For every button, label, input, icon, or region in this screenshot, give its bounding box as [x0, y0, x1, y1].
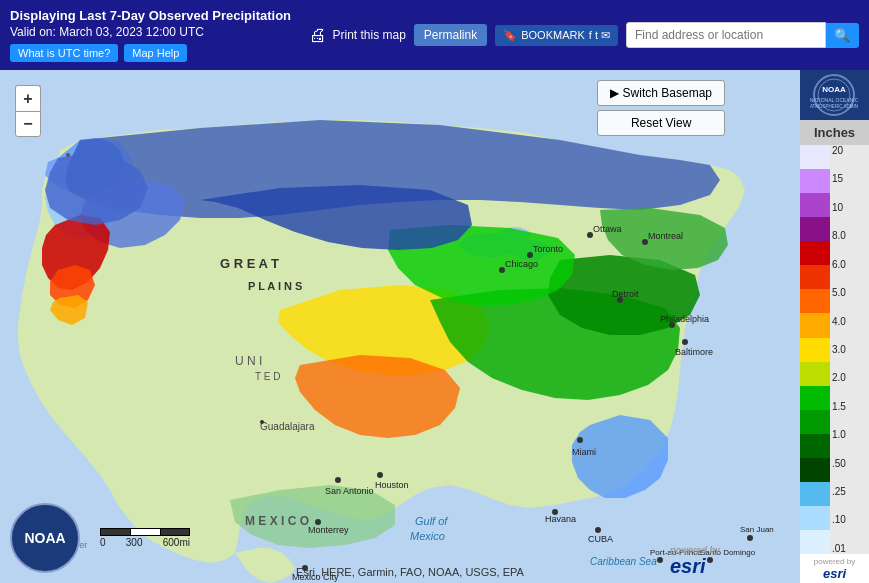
svg-point-18 [669, 322, 675, 328]
svg-point-22 [577, 437, 583, 443]
color-block-2 [800, 338, 830, 362]
svg-text:Havana: Havana [545, 514, 576, 524]
reset-view-button[interactable]: Reset View [597, 110, 725, 136]
scale-label-0: 0 [100, 537, 106, 548]
noaa-logo: NOAA [10, 503, 80, 573]
svg-text:Montreal: Montreal [648, 231, 683, 241]
svg-point-16 [617, 297, 623, 303]
svg-text:Mexico: Mexico [410, 530, 445, 542]
social-icons: f t ✉ [589, 29, 610, 42]
legend-label-10: 10 [832, 202, 867, 213]
svg-point-30 [377, 472, 383, 478]
color-block-6 [800, 241, 830, 265]
svg-text:P L A I N S: P L A I N S [248, 280, 302, 292]
esri-logo: powered by esri [670, 545, 720, 578]
utc-time-button[interactable]: What is UTC time? [10, 44, 118, 62]
bookmark-area[interactable]: 🔖 BOOKMARK f t ✉ [495, 25, 618, 46]
svg-text:Detroit: Detroit [612, 289, 639, 299]
color-block-1pt5 [800, 362, 830, 386]
color-block-pt01 [800, 482, 830, 506]
svg-point-12 [642, 239, 648, 245]
svg-text:Toronto: Toronto [533, 244, 563, 254]
svg-point-10 [587, 232, 593, 238]
legend-label-8: 8.0 [832, 230, 867, 241]
svg-point-38 [260, 420, 264, 424]
legend-label-15: 15 [832, 173, 867, 184]
svg-text:ATMOSPHERIC ADMIN: ATMOSPHERIC ADMIN [810, 104, 858, 109]
legend-label-6: 6.0 [832, 259, 867, 270]
noaa-text: NOAA [24, 530, 65, 546]
svg-text:Guadalajara: Guadalajara [260, 421, 315, 432]
svg-text:CUBA: CUBA [588, 534, 613, 544]
legend-label-1pt5: 1.5 [832, 401, 867, 412]
color-block-3 [800, 313, 830, 337]
zoom-out-button[interactable]: − [15, 111, 41, 137]
legend-label-pt50: .50 [832, 458, 867, 469]
svg-point-2 [510, 240, 550, 260]
legend-panel: NOAA NATIONAL OCEANIC ATMOSPHERIC ADMIN … [800, 70, 869, 583]
svg-point-46 [747, 535, 753, 541]
color-block-pt10 [800, 458, 830, 482]
legend-label-20: 20 [832, 145, 867, 156]
legend-label-pt25: .25 [832, 486, 867, 497]
permalink-button[interactable]: Permalink [414, 24, 487, 46]
svg-text:Ottawa: Ottawa [593, 224, 622, 234]
svg-text:G R E A T: G R E A T [220, 256, 279, 271]
print-map-area[interactable]: 🖨 Print this map [309, 25, 405, 46]
esri-powered-label: powered by esri [800, 554, 869, 583]
color-block-5 [800, 265, 830, 289]
svg-text:Chicago: Chicago [505, 259, 538, 269]
color-block-zero [800, 530, 830, 554]
legend-label-pt01: .01 [832, 543, 867, 554]
legend-label-2: 2.0 [832, 372, 867, 383]
svg-text:Gulf of: Gulf of [415, 515, 448, 527]
svg-text:U  N  I: U N I [235, 354, 262, 368]
svg-text:San Juan: San Juan [740, 525, 774, 534]
scale-bar: 0 300 600mi [100, 528, 190, 548]
color-block-4 [800, 289, 830, 313]
scale-label-600: 600mi [163, 537, 190, 548]
map-controls-panel: ▶ Switch Basemap Reset View [597, 80, 725, 136]
svg-text:T  E  D: T E D [255, 371, 280, 382]
map-help-button[interactable]: Map Help [124, 44, 187, 62]
legend-label-4: 4.0 [832, 316, 867, 327]
valid-time: Valid on: March 03, 2023 12:00 UTC [10, 25, 309, 39]
color-block-15 [800, 169, 830, 193]
svg-text:Monterrey: Monterrey [308, 525, 349, 535]
svg-point-49 [66, 153, 70, 157]
color-block-pt25 [800, 434, 830, 458]
legend-noaa-logo: NOAA NATIONAL OCEANIC ATMOSPHERIC ADMIN [800, 70, 869, 120]
switch-basemap-button[interactable]: ▶ Switch Basemap [597, 80, 725, 106]
svg-point-1 [460, 233, 520, 257]
legend-label-pt10: .10 [832, 514, 867, 525]
color-block-10 [800, 193, 830, 217]
svg-point-50 [814, 75, 854, 115]
svg-text:Houston: Houston [375, 480, 409, 490]
svg-point-26 [595, 527, 601, 533]
svg-text:Baltimore: Baltimore [675, 347, 713, 357]
color-block-pt50 [800, 410, 830, 434]
legend-unit-header: Inches [800, 120, 869, 145]
svg-rect-0 [0, 70, 800, 583]
search-button[interactable]: 🔍 [826, 23, 859, 48]
legend-label-3: 3.0 [832, 344, 867, 355]
legend-label-5: 5.0 [832, 287, 867, 298]
svg-text:NATIONAL OCEANIC: NATIONAL OCEANIC [810, 97, 859, 103]
print-label: Print this map [332, 28, 405, 42]
color-block-trace [800, 506, 830, 530]
svg-point-20 [682, 339, 688, 345]
legend-labels: 20 15 10 8.0 6.0 5.0 4.0 3.0 2.0 1.5 1.0… [830, 145, 869, 554]
color-block-1 [800, 386, 830, 410]
scale-label-300: 300 [126, 537, 143, 548]
map-attribution: Esri, HERE, Garmin, FAO, NOAA, USGS, EPA [100, 566, 720, 578]
map-title: Displaying Last 7-Day Observed Precipita… [10, 8, 309, 23]
svg-text:Miami: Miami [572, 447, 596, 457]
bookmark-label: BOOKMARK [521, 29, 585, 41]
location-search-input[interactable] [626, 22, 826, 48]
svg-point-14 [527, 252, 533, 258]
svg-text:M E X I C O: M E X I C O [245, 514, 309, 528]
svg-point-32 [315, 519, 321, 525]
zoom-in-button[interactable]: + [15, 85, 41, 111]
svg-text:Philadelphia: Philadelphia [660, 314, 709, 324]
color-block-8 [800, 217, 830, 241]
